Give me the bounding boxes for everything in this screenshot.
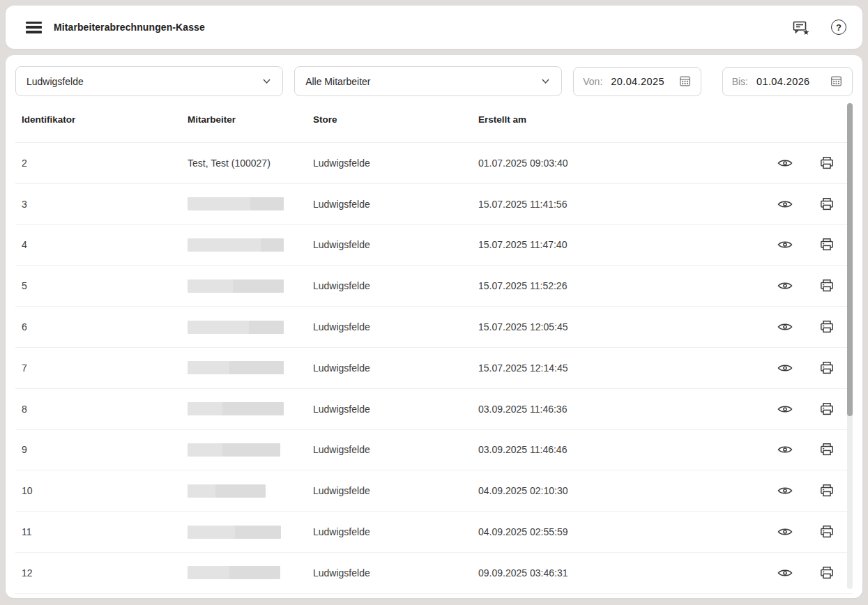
- date-from-value: 20.04.2025: [611, 76, 664, 87]
- table-row: 11 Ludwigsfelde 04.09.2025 02:55:59: [15, 512, 853, 553]
- scrollbar-thumb[interactable]: [847, 103, 853, 416]
- eye-icon[interactable]: [776, 277, 794, 295]
- employee-select[interactable]: Alle Mitarbeiter: [294, 66, 562, 96]
- cell-store: Ludwigsfelde: [313, 404, 478, 415]
- cell-identifikator: 4: [22, 239, 188, 250]
- cell-identifikator: 5: [22, 280, 188, 291]
- printer-icon[interactable]: [818, 195, 836, 213]
- eye-icon[interactable]: [776, 359, 794, 377]
- table-header-row: Identifikator Mitarbeiter Store Erstellt…: [15, 96, 853, 143]
- cell-mitarbeiter: [188, 443, 313, 457]
- chevron-down-icon: [540, 76, 551, 86]
- table-row: 3 Ludwigsfelde 15.07.2025 11:41:56: [15, 184, 853, 225]
- cell-actions: [769, 564, 853, 582]
- column-header-identifikator: Identifikator: [22, 114, 188, 125]
- cell-identifikator: 6: [22, 321, 188, 332]
- cell-mitarbeiter: [188, 361, 313, 374]
- star-icon: ★: [802, 29, 809, 36]
- cell-store: Ludwigsfelde: [313, 280, 478, 291]
- table-row: 6 Ludwigsfelde 15.07.2025 12:05:45: [15, 307, 853, 348]
- cell-actions: [769, 400, 853, 418]
- date-to-label: Bis:: [732, 76, 748, 87]
- cell-mitarbeiter: [188, 197, 313, 210]
- feedback-review-icon[interactable]: ★: [791, 18, 809, 36]
- cell-actions: [769, 236, 853, 254]
- cell-identifikator: 11: [22, 526, 188, 537]
- cell-store: Ludwigsfelde: [313, 567, 478, 579]
- cell-actions: [769, 277, 853, 295]
- cell-erstellt-am: 15.07.2025 11:41:56: [478, 199, 769, 210]
- cell-identifikator: 9: [22, 444, 188, 455]
- printer-icon[interactable]: [818, 359, 836, 377]
- filter-bar: Ludwigsfelde Alle Mitarbeiter Von: 20.04…: [6, 55, 862, 96]
- help-icon[interactable]: ?: [830, 18, 848, 36]
- eye-icon[interactable]: [776, 154, 794, 172]
- table-row: 5 Ludwigsfelde 15.07.2025 11:52:26: [15, 266, 853, 307]
- eye-icon[interactable]: [776, 195, 794, 213]
- redacted-employee-bar: [188, 402, 313, 415]
- printer-icon[interactable]: [818, 482, 836, 500]
- cell-actions: [769, 359, 853, 377]
- table-row: 4 Ludwigsfelde 15.07.2025 11:47:40: [15, 225, 853, 266]
- cell-erstellt-am: 15.07.2025 11:47:40: [478, 239, 769, 250]
- scrollbar-track[interactable]: [847, 103, 853, 589]
- cell-store: Ludwigsfelde: [313, 158, 478, 169]
- redacted-employee-bar: [188, 526, 313, 539]
- cell-identifikator: 10: [22, 485, 188, 496]
- cell-erstellt-am: 15.07.2025 12:14:45: [478, 362, 769, 374]
- settlements-table: Identifikator Mitarbeiter Store Erstellt…: [15, 96, 853, 594]
- menu-icon[interactable]: [26, 22, 42, 33]
- eye-icon[interactable]: [776, 236, 794, 254]
- redacted-employee-bar: [188, 566, 313, 579]
- employee-name: Test, Test (100027): [188, 158, 271, 169]
- page-title: Mitarbeiterabrechnungen-Kasse: [54, 22, 205, 33]
- cell-actions: [769, 482, 853, 500]
- eye-icon[interactable]: [776, 482, 794, 500]
- redacted-employee-bar: [188, 443, 313, 457]
- eye-icon[interactable]: [776, 318, 794, 336]
- printer-icon[interactable]: [818, 400, 836, 418]
- chevron-down-icon: [261, 76, 272, 86]
- cell-store: Ludwigsfelde: [313, 485, 478, 496]
- printer-icon[interactable]: [818, 523, 836, 541]
- cell-actions: [769, 318, 853, 336]
- table-row: 9 Ludwigsfelde 03.09.2025 11:46:46: [15, 430, 853, 471]
- printer-icon[interactable]: [818, 564, 836, 582]
- settlements-panel: Ludwigsfelde Alle Mitarbeiter Von: 20.04…: [6, 55, 862, 598]
- printer-icon[interactable]: [818, 441, 836, 459]
- cell-erstellt-am: 01.07.2025 09:03:40: [478, 158, 769, 169]
- cell-store: Ludwigsfelde: [313, 321, 478, 332]
- table-row: 2 Test, Test (100027) Ludwigsfelde 01.07…: [15, 143, 853, 184]
- cell-identifikator: 8: [22, 404, 188, 415]
- date-to-value: 01.04.2026: [756, 76, 810, 87]
- eye-icon[interactable]: [776, 441, 794, 459]
- cell-erstellt-am: 04.09.2025 02:10:30: [478, 485, 769, 496]
- date-to-field[interactable]: Bis: 01.04.2026: [722, 67, 853, 96]
- redacted-employee-bar: [188, 197, 313, 210]
- cell-mitarbeiter: [188, 279, 313, 293]
- column-header-store: Store: [313, 114, 478, 125]
- cell-mitarbeiter: [188, 526, 313, 539]
- printer-icon[interactable]: [818, 318, 836, 336]
- store-select[interactable]: Ludwigsfelde: [15, 66, 283, 96]
- cell-actions: [769, 195, 853, 213]
- eye-icon[interactable]: [776, 400, 794, 418]
- cell-mitarbeiter: [188, 402, 313, 415]
- calendar-icon[interactable]: [678, 75, 692, 88]
- date-from-field[interactable]: Von: 20.04.2025: [573, 67, 701, 96]
- redacted-employee-bar: [188, 361, 313, 374]
- cell-mitarbeiter: [188, 238, 313, 252]
- cell-erstellt-am: 03.09.2025 11:46:46: [478, 444, 769, 455]
- cell-store: Ludwigsfelde: [313, 362, 478, 374]
- redacted-employee-bar: [188, 279, 313, 293]
- eye-icon[interactable]: [776, 523, 794, 541]
- printer-icon[interactable]: [818, 154, 836, 172]
- column-header-erstellt-am: Erstellt am: [478, 114, 769, 125]
- printer-icon[interactable]: [818, 236, 836, 254]
- calendar-icon[interactable]: [830, 75, 843, 88]
- eye-icon[interactable]: [776, 564, 794, 582]
- store-select-value: Ludwigsfelde: [26, 76, 84, 87]
- employee-select-value: Alle Mitarbeiter: [305, 76, 370, 87]
- printer-icon[interactable]: [818, 277, 836, 295]
- table-row: 8 Ludwigsfelde 03.09.2025 11:46:36: [15, 389, 853, 430]
